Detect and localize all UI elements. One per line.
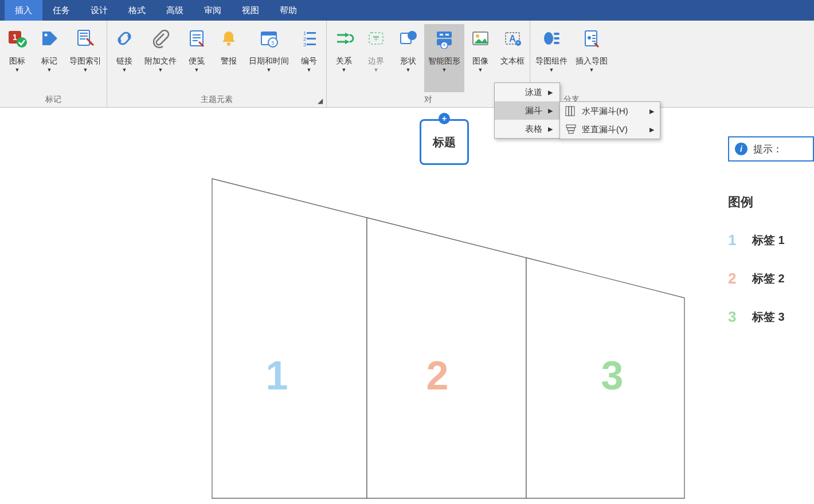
shape-icon bbox=[397, 27, 420, 50]
dropdown-item-funnel[interactable]: 漏斗 ▶ bbox=[495, 101, 559, 120]
legend-item-3[interactable]: 3 标签 3 bbox=[728, 308, 814, 326]
chevron-right-icon: ▶ bbox=[548, 107, 553, 115]
svg-rect-6 bbox=[80, 36, 88, 37]
calendar-icon: 5 bbox=[257, 27, 280, 50]
svg-text:1: 1 bbox=[303, 30, 306, 36]
chevron-down-icon: ▼ bbox=[406, 67, 411, 73]
smart-shape-button[interactable]: + 智能图形 ▼ bbox=[424, 24, 464, 92]
submenu-item-vertical-funnel[interactable]: 竖直漏斗(V) ▶ bbox=[560, 120, 660, 139]
chevron-down-icon: ▼ bbox=[122, 67, 127, 73]
icons-button[interactable]: 1 图标 ▼ bbox=[1, 24, 33, 92]
relationship-button[interactable]: 关系 ▼ bbox=[328, 24, 360, 92]
ribbon: 1 图标 ▼ 标记 ▼ 导图索引 ▼ 标记 bbox=[0, 21, 814, 108]
date-time-button[interactable]: 5 日期和时间 ▼ bbox=[245, 24, 293, 92]
vertical-funnel-icon bbox=[565, 124, 577, 135]
funnel-segment-1[interactable] bbox=[212, 179, 367, 498]
svg-rect-52 bbox=[566, 107, 569, 116]
svg-rect-44 bbox=[554, 33, 559, 35]
chevron-down-icon: ▼ bbox=[47, 67, 52, 73]
dropdown-item-table[interactable]: 表格 ▶ bbox=[495, 120, 559, 138]
chevron-right-icon: ▶ bbox=[649, 126, 654, 133]
chevron-down-icon: ▼ bbox=[194, 67, 199, 73]
numbering-icon: 123 bbox=[298, 27, 320, 50]
svg-rect-54 bbox=[572, 107, 574, 116]
submenu-item-horizontal-funnel[interactable]: 水平漏斗(H) ▶ bbox=[560, 102, 660, 120]
chevron-down-icon: ▼ bbox=[442, 67, 447, 73]
numbering-button[interactable]: 123 编号 ▼ bbox=[293, 24, 325, 92]
funnel-number-2: 2 bbox=[426, 353, 449, 398]
smart-shape-icon: + bbox=[433, 27, 456, 50]
chevron-down-icon: ▼ bbox=[158, 67, 163, 73]
menu-tab-insert[interactable]: 插入 bbox=[5, 0, 42, 21]
svg-rect-15 bbox=[261, 32, 276, 36]
chevron-down-icon: ▼ bbox=[589, 67, 594, 73]
insert-map-icon bbox=[580, 27, 603, 50]
svg-rect-12 bbox=[193, 40, 198, 41]
image-icon bbox=[469, 27, 492, 50]
chevron-down-icon: ▼ bbox=[342, 67, 347, 73]
svg-point-43 bbox=[544, 32, 553, 45]
dropdown-item-swimlane[interactable]: 泳道 ▶ bbox=[495, 83, 559, 101]
svg-text:3: 3 bbox=[303, 42, 306, 48]
shape-button[interactable]: 形状 ▼ bbox=[392, 24, 424, 92]
info-icon: i bbox=[735, 143, 748, 155]
legend-title: 图例 bbox=[728, 194, 814, 211]
note-icon bbox=[185, 27, 208, 50]
svg-rect-31 bbox=[437, 32, 452, 38]
svg-rect-4 bbox=[78, 30, 89, 45]
dialog-launcher-icon[interactable]: ◢ bbox=[318, 97, 323, 105]
svg-text:+: + bbox=[374, 34, 378, 44]
textbox-icon: A+ bbox=[501, 27, 524, 50]
link-button[interactable]: 链接 ▼ bbox=[108, 24, 140, 92]
menu-tab-format[interactable]: 格式 bbox=[118, 0, 156, 21]
svg-marker-24 bbox=[345, 33, 350, 37]
svg-text:A: A bbox=[509, 34, 516, 44]
svg-text:2: 2 bbox=[303, 36, 306, 42]
svg-point-48 bbox=[588, 36, 591, 40]
svg-rect-56 bbox=[568, 128, 574, 131]
svg-point-3 bbox=[45, 34, 48, 37]
funnel-number-3: 3 bbox=[601, 353, 624, 398]
svg-point-2 bbox=[17, 37, 27, 48]
tag-icon bbox=[38, 27, 61, 50]
attach-button[interactable]: 附加文件 ▼ bbox=[140, 24, 181, 92]
svg-point-13 bbox=[227, 42, 230, 46]
tags-button[interactable]: 标记 ▼ bbox=[33, 24, 65, 92]
svg-rect-21 bbox=[307, 38, 316, 40]
svg-rect-45 bbox=[554, 37, 559, 40]
svg-point-30 bbox=[408, 31, 417, 40]
svg-point-38 bbox=[476, 34, 479, 38]
svg-rect-10 bbox=[193, 34, 201, 36]
add-handle-icon[interactable]: + bbox=[439, 113, 450, 124]
ribbon-group-label: 主题元素 ◢ bbox=[107, 92, 326, 107]
ribbon-group-label: 标记 bbox=[0, 92, 107, 107]
notes-button[interactable]: 便笺 ▼ bbox=[181, 24, 213, 92]
svg-rect-23 bbox=[307, 44, 316, 45]
legend-item-2[interactable]: 2 标签 2 bbox=[728, 270, 814, 288]
attach-icon bbox=[149, 27, 172, 50]
menu-tab-advanced[interactable]: 高级 bbox=[156, 0, 194, 21]
menu-tab-help[interactable]: 帮助 bbox=[269, 0, 307, 21]
alert-button[interactable]: 警报 ▼ bbox=[213, 24, 245, 92]
menu-tab-review[interactable]: 审阅 bbox=[194, 0, 232, 21]
svg-marker-25 bbox=[345, 40, 350, 44]
boundary-button: + 边界 ▼ bbox=[360, 24, 392, 92]
menu-tab-design[interactable]: 设计 bbox=[80, 0, 118, 21]
menu-tab-tasks[interactable]: 任务 bbox=[42, 0, 80, 21]
svg-rect-57 bbox=[569, 131, 573, 133]
chevron-down-icon: ▼ bbox=[83, 67, 88, 73]
chevron-right-icon: ▶ bbox=[649, 108, 654, 115]
funnel-diagram[interactable]: 1 2 3 bbox=[211, 178, 692, 498]
legend-item-1[interactable]: 1 标签 1 bbox=[728, 231, 814, 249]
menu-tab-view[interactable]: 视图 bbox=[232, 0, 269, 21]
chevron-right-icon: ▶ bbox=[548, 125, 553, 133]
svg-text:+: + bbox=[516, 40, 519, 46]
insert-map-button[interactable]: 插入导图 ▼ bbox=[572, 24, 612, 92]
image-button[interactable]: 图像 ▼ bbox=[464, 24, 496, 92]
svg-rect-33 bbox=[440, 34, 443, 36]
map-index-button[interactable]: 导图索引 ▼ bbox=[65, 24, 105, 92]
smart-shape-dropdown: 泳道 ▶ 漏斗 ▶ 表格 ▶ 水平漏斗(H) ▶ 竖直漏斗(V) bbox=[494, 82, 560, 139]
tip-box[interactable]: i 提示： bbox=[728, 136, 814, 162]
title-node[interactable]: + 标题 bbox=[420, 119, 469, 165]
svg-rect-50 bbox=[592, 38, 596, 39]
